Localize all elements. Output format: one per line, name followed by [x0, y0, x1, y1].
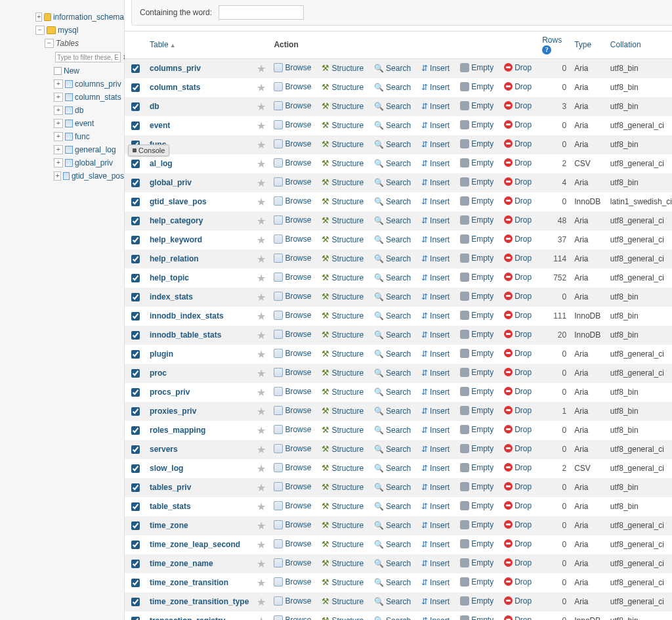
row-checkbox[interactable]: [131, 217, 140, 225]
action-search[interactable]: 🔍Search: [374, 483, 411, 492]
action-structure[interactable]: ⚒Structure: [322, 102, 364, 112]
action-structure[interactable]: ⚒Structure: [322, 540, 364, 550]
action-drop[interactable]: Drop: [504, 387, 532, 396]
action-structure[interactable]: ⚒Structure: [322, 121, 364, 131]
table-name-link[interactable]: index_stats: [150, 292, 193, 301]
row-checkbox[interactable]: [131, 560, 140, 568]
col-collation[interactable]: Collation: [606, 32, 672, 59]
table-name-link[interactable]: event: [150, 121, 170, 130]
console-toggle[interactable]: Console: [128, 144, 169, 156]
action-drop[interactable]: Drop: [504, 177, 532, 187]
action-browse[interactable]: Browse: [274, 120, 311, 129]
action-browse[interactable]: Browse: [274, 501, 311, 510]
action-browse[interactable]: Browse: [274, 558, 311, 567]
row-checkbox[interactable]: [131, 255, 140, 263]
row-checkbox[interactable]: [131, 541, 140, 549]
action-browse[interactable]: Browse: [274, 577, 311, 587]
action-insert[interactable]: ⇵Insert: [421, 159, 450, 168]
action-empty[interactable]: Empty: [460, 311, 494, 320]
action-browse[interactable]: Browse: [274, 349, 311, 358]
action-drop[interactable]: Drop: [504, 215, 532, 225]
favorite-toggle[interactable]: ★: [257, 520, 266, 531]
action-structure[interactable]: ⚒Structure: [322, 235, 364, 245]
action-empty[interactable]: Empty: [460, 120, 494, 129]
action-search[interactable]: 🔍Search: [374, 464, 411, 473]
action-empty[interactable]: Empty: [460, 139, 494, 148]
action-drop[interactable]: Drop: [504, 482, 532, 491]
action-browse[interactable]: Browse: [274, 425, 311, 434]
favorite-toggle[interactable]: ★: [257, 406, 266, 417]
row-checkbox[interactable]: [131, 502, 140, 511]
favorite-toggle[interactable]: ★: [257, 311, 266, 322]
favorite-toggle[interactable]: ★: [257, 273, 266, 284]
action-browse[interactable]: Browse: [274, 254, 311, 263]
table-name-link[interactable]: column_stats: [150, 83, 200, 92]
action-search[interactable]: 🔍Search: [374, 540, 411, 549]
action-empty[interactable]: Empty: [460, 463, 494, 472]
action-drop[interactable]: Drop: [504, 596, 532, 606]
tree-table-item[interactable]: + column_stats: [54, 91, 124, 104]
action-browse[interactable]: Browse: [274, 177, 311, 187]
row-checkbox[interactable]: [131, 331, 140, 340]
row-checkbox[interactable]: [131, 293, 140, 301]
action-structure[interactable]: ⚒Structure: [322, 388, 364, 397]
action-insert[interactable]: ⇵Insert: [421, 464, 450, 473]
action-insert[interactable]: ⇵Insert: [421, 235, 450, 244]
table-name-link[interactable]: time_zone: [150, 521, 188, 530]
action-structure[interactable]: ⚒Structure: [322, 140, 364, 150]
action-empty[interactable]: Empty: [460, 577, 494, 587]
row-checkbox[interactable]: [131, 64, 140, 73]
expand-icon[interactable]: +: [35, 12, 42, 22]
favorite-toggle[interactable]: ★: [257, 482, 266, 493]
action-search[interactable]: 🔍Search: [374, 102, 411, 111]
table-name-link[interactable]: db: [150, 102, 159, 111]
action-search[interactable]: 🔍Search: [374, 445, 411, 454]
tree-table-item[interactable]: + general_log: [54, 143, 124, 156]
action-browse[interactable]: Browse: [274, 139, 311, 148]
row-checkbox[interactable]: [131, 179, 140, 187]
action-empty[interactable]: Empty: [460, 615, 494, 621]
table-name-link[interactable]: time_zone_leap_second: [150, 540, 240, 549]
action-search[interactable]: 🔍Search: [374, 292, 411, 301]
action-drop[interactable]: Drop: [504, 234, 532, 244]
action-browse[interactable]: Browse: [274, 234, 311, 244]
favorite-toggle[interactable]: ★: [257, 254, 266, 265]
action-insert[interactable]: ⇵Insert: [421, 483, 450, 492]
tables-group[interactable]: − Tables: [45, 37, 124, 50]
action-search[interactable]: 🔍Search: [374, 140, 411, 149]
row-checkbox[interactable]: [131, 274, 140, 282]
table-name-link[interactable]: help_category: [150, 216, 203, 225]
action-browse[interactable]: Browse: [274, 215, 311, 225]
action-structure[interactable]: ⚒Structure: [322, 159, 364, 169]
action-browse[interactable]: Browse: [274, 482, 311, 491]
action-structure[interactable]: ⚒Structure: [322, 578, 364, 588]
action-browse[interactable]: Browse: [274, 273, 311, 282]
action-structure[interactable]: ⚒Structure: [322, 616, 364, 621]
action-insert[interactable]: ⇵Insert: [421, 102, 450, 111]
action-empty[interactable]: Empty: [460, 368, 494, 377]
expand-icon[interactable]: +: [54, 106, 63, 115]
action-drop[interactable]: Drop: [504, 158, 532, 167]
action-structure[interactable]: ⚒Structure: [322, 368, 364, 378]
action-insert[interactable]: ⇵Insert: [421, 140, 450, 149]
favorite-toggle[interactable]: ★: [257, 139, 266, 150]
tree-table-item[interactable]: + event: [54, 117, 124, 130]
action-insert[interactable]: ⇵Insert: [421, 311, 450, 321]
action-insert[interactable]: ⇵Insert: [421, 616, 450, 620]
action-search[interactable]: 🔍Search: [374, 502, 411, 511]
favorite-toggle[interactable]: ★: [257, 539, 266, 550]
action-structure[interactable]: ⚒Structure: [322, 273, 364, 283]
action-drop[interactable]: Drop: [504, 254, 532, 263]
action-search[interactable]: 🔍Search: [374, 121, 411, 130]
expand-icon[interactable]: +: [54, 132, 63, 141]
col-table[interactable]: Table▲: [146, 32, 253, 59]
table-name-link[interactable]: table_stats: [150, 502, 191, 511]
db-node[interactable]: + information_schema: [35, 11, 124, 24]
action-search[interactable]: 🔍Search: [374, 159, 411, 168]
table-name-link[interactable]: servers: [150, 445, 178, 454]
action-structure[interactable]: ⚒Structure: [322, 330, 364, 340]
action-empty[interactable]: Empty: [460, 444, 494, 453]
action-drop[interactable]: Drop: [504, 330, 532, 339]
action-empty[interactable]: Empty: [460, 158, 494, 167]
expand-icon[interactable]: +: [54, 93, 63, 102]
